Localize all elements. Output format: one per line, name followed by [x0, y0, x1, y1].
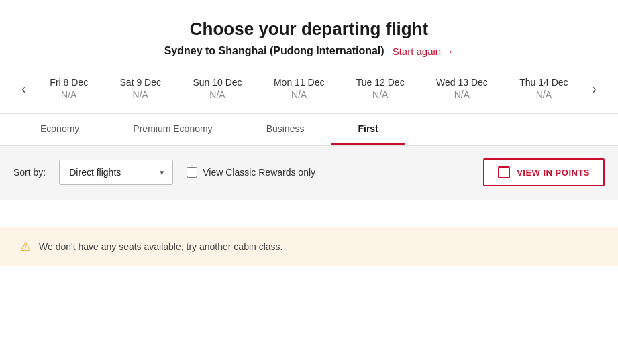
date-item[interactable]: Mon 11 Dec N/A	[267, 74, 331, 103]
route-text: Sydney to Shanghai (Pudong International…	[164, 45, 384, 57]
class-tabs: EconomyPremium EconomyBusinessFirst	[0, 114, 618, 146]
page-title: Choose your departing flight	[13, 19, 605, 40]
date-value: N/A	[356, 89, 405, 100]
warning-text: We don't have any seats available, try a…	[39, 241, 283, 252]
points-checkbox-icon	[498, 166, 510, 178]
date-value: N/A	[436, 89, 488, 100]
date-label: Wed 13 Dec	[436, 77, 488, 88]
sort-label: Sort by:	[13, 167, 46, 178]
warning-icon: ⚠	[20, 239, 31, 254]
date-item[interactable]: Sat 9 Dec N/A	[113, 74, 168, 103]
classic-rewards-checkbox[interactable]	[187, 167, 197, 178]
date-item[interactable]: Tue 12 Dec N/A	[350, 74, 411, 103]
date-label: Tue 12 Dec	[356, 77, 405, 88]
start-again-link[interactable]: Start again →	[393, 46, 454, 57]
date-label: Thu 14 Dec	[519, 77, 568, 88]
date-selector: ‹ Fri 8 Dec N/A Sat 9 Dec N/A Sun 10 Dec…	[0, 68, 618, 114]
view-in-points-button[interactable]: VIEW IN POINTS	[483, 158, 605, 186]
date-item[interactable]: Sun 10 Dec N/A	[186, 74, 248, 103]
sort-select-wrapper: Direct flightsPrice (low to high)Price (…	[59, 160, 173, 185]
next-date-button[interactable]: ›	[584, 82, 605, 95]
route-info: Sydney to Shanghai (Pudong International…	[13, 45, 605, 57]
date-value: N/A	[120, 89, 161, 100]
sort-select[interactable]: Direct flightsPrice (low to high)Price (…	[59, 160, 173, 185]
warning-banner: ⚠ We don't have any seats available, try…	[0, 227, 618, 266]
date-item[interactable]: Thu 14 Dec N/A	[513, 74, 574, 103]
classic-rewards-checkbox-label[interactable]: View Classic Rewards only	[187, 167, 315, 178]
tab-first[interactable]: First	[331, 114, 405, 145]
page-header: Choose your departing flight Sydney to S…	[0, 0, 618, 68]
prev-date-button[interactable]: ‹	[13, 82, 34, 95]
filter-bar: Sort by: Direct flightsPrice (low to hig…	[0, 146, 618, 200]
date-label: Sat 9 Dec	[120, 77, 161, 88]
date-value: N/A	[519, 89, 568, 100]
date-label: Fri 8 Dec	[50, 77, 88, 88]
classic-rewards-label: View Classic Rewards only	[203, 167, 315, 178]
tab-economy[interactable]: Economy	[13, 114, 106, 145]
date-item[interactable]: Fri 8 Dec N/A	[43, 74, 95, 103]
date-value: N/A	[193, 89, 242, 100]
date-value: N/A	[274, 89, 324, 100]
view-points-label: VIEW IN POINTS	[517, 168, 590, 178]
date-label: Sun 10 Dec	[193, 77, 242, 88]
dates-row: Fri 8 Dec N/A Sat 9 Dec N/A Sun 10 Dec N…	[34, 74, 584, 103]
date-value: N/A	[50, 89, 88, 100]
tab-premium-economy[interactable]: Premium Economy	[106, 114, 239, 145]
date-item[interactable]: Wed 13 Dec N/A	[429, 74, 495, 103]
tab-business[interactable]: Business	[240, 114, 331, 145]
date-label: Mon 11 Dec	[274, 77, 324, 88]
